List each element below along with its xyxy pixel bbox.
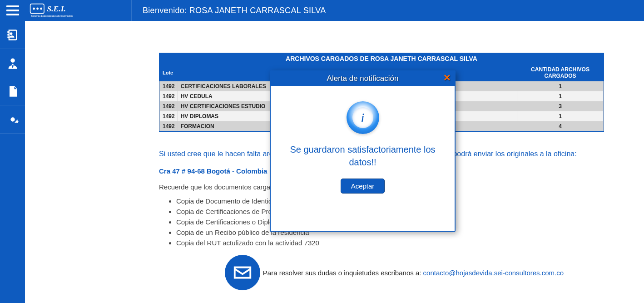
contact-text: Para resolver sus dudas o inquietudes es… (263, 269, 564, 277)
cell-lote: 1492 (160, 81, 178, 92)
col-lote: Lote (160, 65, 178, 81)
menu-toggle-button[interactable] (6, 5, 19, 15)
logo: S.E.I. Sistemas Especializados de Inform… (25, 0, 132, 21)
hamburger-slot (0, 5, 25, 15)
cell-count: 4 (517, 121, 604, 131)
contact-email-link[interactable]: contacto@hojasdevida.sei-consultores.com… (423, 269, 564, 277)
accept-button[interactable]: Aceptar (341, 179, 385, 194)
info-icon: i (347, 101, 379, 134)
contact-row: Para resolver sus dudas o inquietudes es… (159, 255, 629, 290)
modal-close-button[interactable]: ✕ (443, 72, 451, 83)
cell-count: 1 (517, 111, 604, 121)
cell-lote: 1492 (160, 91, 178, 101)
svg-point-3 (40, 8, 42, 10)
col-count: CANTIDAD ARCHIVOS CARGADOS (517, 65, 604, 81)
envelope-icon (232, 262, 253, 283)
cell-lote: 1492 (160, 111, 178, 121)
modal-header: Alerta de notificación ✕ (271, 71, 455, 86)
svg-point-6 (10, 58, 15, 62)
top-header: S.E.I. Sistemas Especializados de Inform… (0, 0, 644, 21)
sidebar-item-user[interactable] (0, 49, 25, 77)
sidebar-item-settings[interactable] (0, 105, 25, 134)
modal-body: i Se guardaron satisfactoriamente los da… (271, 86, 455, 231)
cell-lote: 1492 (160, 101, 178, 111)
sidebar-item-contacts[interactable] (0, 21, 25, 49)
cell-count: 3 (517, 101, 604, 111)
cell-count: 1 (517, 91, 604, 101)
cell-lote: 1492 (160, 121, 178, 131)
table-title: ARCHIVOS CARGADOS DE ROSA JANETH CARRASC… (159, 53, 604, 64)
sidebar-item-document[interactable] (0, 77, 25, 105)
sidebar (0, 21, 25, 303)
gear-icon (6, 113, 19, 126)
mail-badge (225, 255, 260, 290)
svg-text:S.E.I.: S.E.I. (47, 4, 66, 13)
svg-point-2 (36, 8, 39, 10)
list-item: Copia del RUT actulizado con la activida… (176, 239, 629, 247)
welcome-text: Bienvenido: ROSA JANETH CARRASCAL SILVA (132, 6, 326, 15)
user-tie-icon (6, 57, 19, 70)
modal-title: Alerta de notificación (327, 74, 399, 83)
sei-logo-icon: S.E.I. Sistemas Especializados de Inform… (30, 1, 102, 20)
svg-point-1 (33, 8, 35, 10)
document-icon (6, 85, 19, 98)
notification-modal: Alerta de notificación ✕ i Se guardaron … (270, 70, 456, 232)
contact-lead: Para resolver sus dudas o inquietudes es… (263, 269, 423, 277)
svg-text:Sistemas Especializados de Inf: Sistemas Especializados de Información (31, 15, 73, 17)
address-book-icon (6, 29, 19, 41)
modal-message: Se guardaron satisfactoriamente los dato… (278, 143, 447, 169)
cell-count: 1 (517, 81, 604, 92)
